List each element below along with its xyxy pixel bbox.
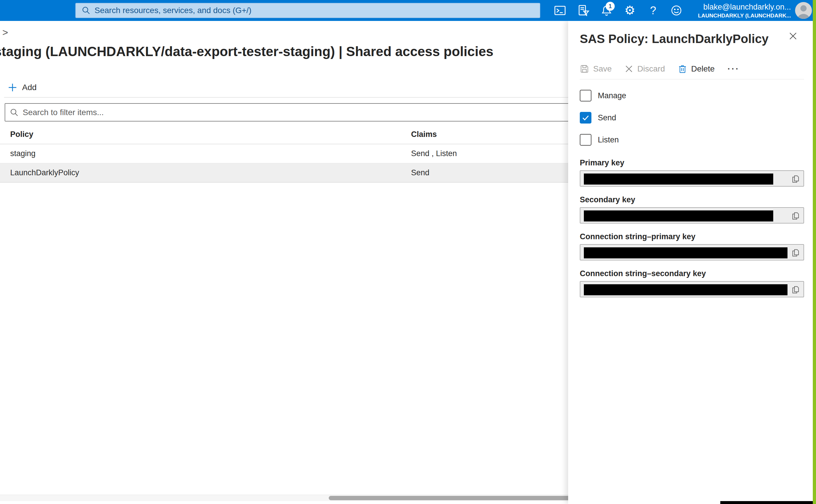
claims-cell: Send , Listen <box>411 149 457 158</box>
table-row[interactable]: LaunchDarklyPolicy Send <box>0 163 568 183</box>
discard-x-icon <box>625 65 633 73</box>
save-floppy-icon <box>580 64 589 74</box>
delete-label: Delete <box>691 64 715 74</box>
copy-icon[interactable] <box>791 285 801 295</box>
close-icon[interactable] <box>787 30 799 42</box>
global-search-input[interactable] <box>94 6 540 15</box>
listen-checkbox[interactable] <box>580 134 591 146</box>
copy-icon[interactable] <box>791 174 801 184</box>
settings-gear-icon[interactable]: ⚙ <box>624 4 636 17</box>
secondary-key-field: Secondary key <box>580 195 804 224</box>
account-avatar[interactable] <box>795 2 812 19</box>
listen-checkbox-row[interactable]: Listen <box>580 134 804 146</box>
redacted-key-value <box>584 247 788 258</box>
table-row[interactable]: staging Send , Listen <box>0 144 568 163</box>
policy-cell: staging <box>10 149 35 158</box>
horizontal-scrollbar-track[interactable] <box>0 495 568 501</box>
person-icon <box>795 2 812 19</box>
connection-string-primary-input[interactable] <box>580 244 804 260</box>
connection-string-primary-label: Connection string–primary key <box>580 232 804 241</box>
delete-trash-icon <box>678 64 687 74</box>
secondary-key-label: Secondary key <box>580 195 804 204</box>
account-directory: LAUNCHDARKLY (LAUNCHDARK... <box>698 12 791 19</box>
redacted-key-value <box>584 284 788 295</box>
cloud-shell-icon[interactable] <box>553 4 566 17</box>
panel-toolbar: Save Discard Delete ··· <box>580 64 804 74</box>
connection-string-secondary-field: Connection string–secondary key <box>580 269 804 297</box>
topbar-icon-row: 1 ⚙ ? <box>553 0 683 21</box>
plus-icon <box>8 83 17 92</box>
column-header-claims[interactable]: Claims <box>411 130 437 139</box>
primary-key-input[interactable] <box>580 170 804 187</box>
redacted-key-value <box>584 210 773 221</box>
search-icon <box>82 6 90 15</box>
notifications-bell-icon[interactable]: 1 <box>600 4 613 17</box>
save-label: Save <box>593 64 612 74</box>
delete-button[interactable]: Delete <box>678 64 715 74</box>
manage-checkbox-row[interactable]: Manage <box>580 90 804 101</box>
more-options-button[interactable]: ··· <box>728 64 740 74</box>
send-checkbox-label: Send <box>598 113 616 122</box>
account-email: blake@launchdarkly.on... <box>698 2 791 12</box>
policy-cell: LaunchDarklyPolicy <box>10 168 79 177</box>
directory-filter-icon[interactable] <box>577 4 590 17</box>
connection-string-secondary-input[interactable] <box>580 281 804 297</box>
filter-items-input[interactable] <box>23 108 589 117</box>
claims-cell: Send <box>411 168 429 177</box>
toolbar-divider <box>4 97 568 98</box>
filter-search-icon <box>10 108 19 117</box>
listen-checkbox-label: Listen <box>598 135 619 144</box>
panel-title: SAS Policy: LaunchDarklyPolicy <box>580 32 804 46</box>
connection-string-primary-field: Connection string–primary key <box>580 232 804 260</box>
primary-key-label: Primary key <box>580 158 804 167</box>
global-search-box[interactable] <box>75 3 540 18</box>
discard-button[interactable]: Discard <box>625 64 665 74</box>
policies-table: Policy Claims staging Send , Listen Laun… <box>0 125 568 183</box>
azure-portal-screen: 1 ⚙ ? blake@launchdarkly.on... LAUNCHDAR… <box>0 0 816 504</box>
page-title: staging (LAUNCHDARKLY/data-export-tester… <box>0 44 493 59</box>
column-header-policy[interactable]: Policy <box>10 130 33 139</box>
connection-string-secondary-label: Connection string–secondary key <box>580 269 804 278</box>
filter-items-box[interactable] <box>5 103 589 121</box>
manage-checkbox[interactable] <box>580 90 591 101</box>
breadcrumb-chevron[interactable]: > <box>2 27 8 38</box>
notification-badge: 1 <box>606 2 615 11</box>
secondary-key-input[interactable] <box>580 207 804 224</box>
add-button-label: Add <box>22 83 37 92</box>
copy-icon[interactable] <box>791 211 801 221</box>
feedback-smiley-icon[interactable] <box>670 4 683 17</box>
primary-key-field: Primary key <box>580 158 804 187</box>
send-checkbox[interactable] <box>580 112 591 124</box>
add-button[interactable]: Add <box>8 83 37 92</box>
sas-policy-panel: SAS Policy: LaunchDarklyPolicy Save Disc… <box>568 21 813 504</box>
copy-icon[interactable] <box>791 248 801 258</box>
panel-toolbar-divider <box>580 79 804 79</box>
check-icon <box>581 113 590 122</box>
top-bar: 1 ⚙ ? blake@launchdarkly.on... LAUNCHDAR… <box>0 0 816 21</box>
redacted-key-value <box>584 174 773 185</box>
send-checkbox-row[interactable]: Send <box>580 112 804 124</box>
bottom-redaction-bar <box>720 501 813 504</box>
manage-checkbox-label: Manage <box>598 91 626 100</box>
discard-label: Discard <box>638 64 665 74</box>
account-identity[interactable]: blake@launchdarkly.on... LAUNCHDARKLY (L… <box>698 2 791 19</box>
table-header-row: Policy Claims <box>0 125 568 144</box>
horizontal-scrollbar-thumb[interactable] <box>329 496 572 500</box>
save-button[interactable]: Save <box>580 64 612 74</box>
screen-edge-green-strip <box>813 0 816 504</box>
help-icon[interactable]: ? <box>647 4 660 17</box>
